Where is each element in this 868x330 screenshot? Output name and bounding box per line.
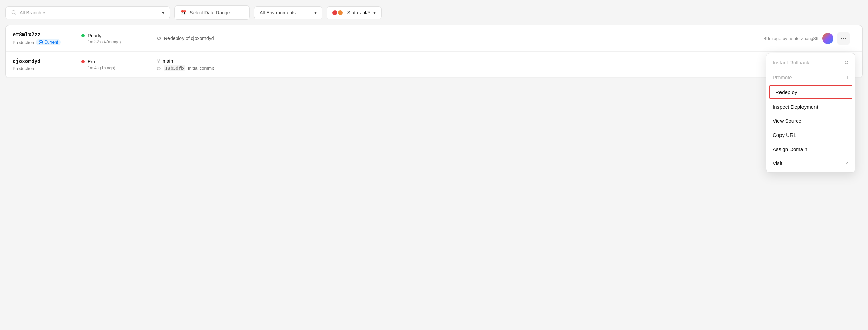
deployment-row: et8mlx2zz Production Current Ready 1m 32… [6,25,862,52]
calendar-icon: 📅 [180,9,187,16]
redeploy-line: ↺ Redeploy of cjoxomdyd [157,35,757,42]
current-icon [39,40,43,44]
branches-chevron: ▾ [162,10,164,15]
status-label: Status [347,10,361,15]
commit-hash: 18b5dfb [164,65,185,71]
status-indicator: Ready [81,33,150,38]
rollback-icon: ↺ [844,59,849,66]
deploy-env: Production Current [13,39,81,45]
view-source-label: View Source [773,118,801,124]
commit-icon: ⊙ [157,66,161,71]
menu-item-view-source[interactable]: View Source [766,114,855,128]
inspect-deployment-label: Inspect Deployment [773,104,818,110]
branches-placeholder: All Branches... [20,10,50,15]
current-badge: Current [36,39,61,45]
status-dot-ready [81,34,85,37]
deployment-list: et8mlx2zz Production Current Ready 1m 32… [5,25,863,78]
status-label-error: Error [87,59,98,64]
environments-filter[interactable]: All Environments ▾ [254,6,322,19]
menu-item-visit[interactable]: Visit ↗ [766,156,855,170]
deploy-env: Production [13,66,81,71]
deploy-id-section: et8mlx2zz Production Current [13,32,81,45]
branches-filter[interactable]: All Branches... ▾ [5,6,170,19]
deploy-id: cjoxomdyd [13,58,81,64]
status-count: 4/5 [364,10,370,15]
svg-line-1 [15,13,16,15]
branch-icon: ⑂ [157,58,160,64]
status-filter[interactable]: Status 4/5 ▾ [327,6,382,19]
commit-message: Initial commit [188,66,214,71]
status-time: 1m 32s (47m ago) [87,39,150,44]
redeploy-label: Redeploy of cjoxomdyd [164,36,214,41]
instant-rollback-label: Instant Rollback [773,60,809,66]
meta-section: 49m ago by hunterzhang86 ··· [764,32,855,45]
date-range-filter[interactable]: 📅 Select Date Range [174,5,250,20]
menu-item-instant-rollback[interactable]: Instant Rollback ↺ [766,55,855,70]
menu-item-redeploy[interactable]: Redeploy [769,85,852,99]
deploy-id-section: cjoxomdyd Production [13,58,81,71]
menu-item-assign-domain[interactable]: Assign Domain [766,142,855,156]
commit-hash-line: ⊙ 18b5dfb Initial commit [157,65,825,71]
status-chevron: ▾ [373,10,376,15]
promote-icon: ↑ [846,74,849,80]
environments-label: All Environments [260,10,296,15]
deployment-row: cjoxomdyd Production Error 1m 4s (1h ago… [6,52,862,78]
status-section: Error 1m 4s (1h ago) [81,59,150,70]
status-dot-error [81,60,85,63]
menu-item-copy-url[interactable]: Copy URL [766,128,855,142]
meta-time: 49m ago by hunterzhang86 [764,36,818,41]
context-menu: Instant Rollback ↺ Promote ↑ Redeploy In… [766,53,855,173]
external-link-icon: ↗ [845,161,849,166]
date-range-label: Select Date Range [190,10,230,15]
status-label-ready: Ready [87,33,101,38]
copy-url-label: Copy URL [773,132,796,138]
status-dots [332,10,343,15]
promote-label: Promote [773,74,792,80]
more-menu-button[interactable]: ··· [837,32,850,45]
svg-point-3 [40,42,42,43]
visit-label: Visit [773,160,782,166]
branch-name: main [163,58,173,64]
redeploy-icon: ↺ [157,35,161,42]
menu-item-inspect-deployment[interactable]: Inspect Deployment [766,100,855,114]
commit-section: ↺ Redeploy of cjoxomdyd [150,35,764,42]
filter-bar: All Branches... ▾ 📅 Select Date Range Al… [5,5,863,20]
environments-chevron: ▾ [314,10,317,15]
search-icon [11,10,17,15]
status-time: 1m 4s (1h ago) [87,66,150,70]
deploy-id: et8mlx2zz [13,32,81,38]
status-section: Ready 1m 32s (47m ago) [81,33,150,44]
redeploy-label: Redeploy [775,89,797,95]
avatar [822,33,833,44]
status-dot-orange [338,10,343,15]
status-dot-red [332,10,337,15]
menu-item-promote[interactable]: Promote ↑ [766,70,855,84]
commit-section: ⑂ main ⊙ 18b5dfb Initial commit [150,58,832,71]
assign-domain-label: Assign Domain [773,146,807,152]
status-indicator-error: Error [81,59,150,64]
branch-line: ⑂ main [157,58,825,64]
